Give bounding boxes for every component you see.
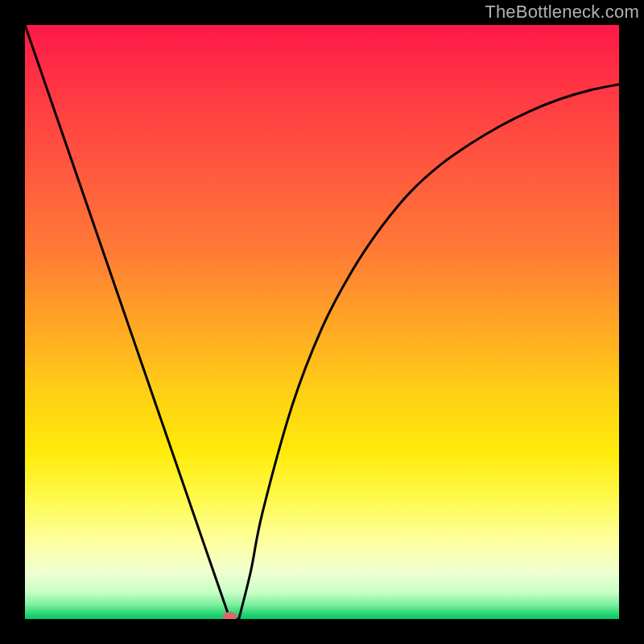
chart-plot-area [25, 25, 619, 619]
chart-svg [25, 25, 619, 619]
gradient-background [25, 25, 619, 619]
watermark-text: TheBottleneck.com [485, 2, 639, 23]
chart-container: TheBottleneck.com [0, 0, 644, 644]
